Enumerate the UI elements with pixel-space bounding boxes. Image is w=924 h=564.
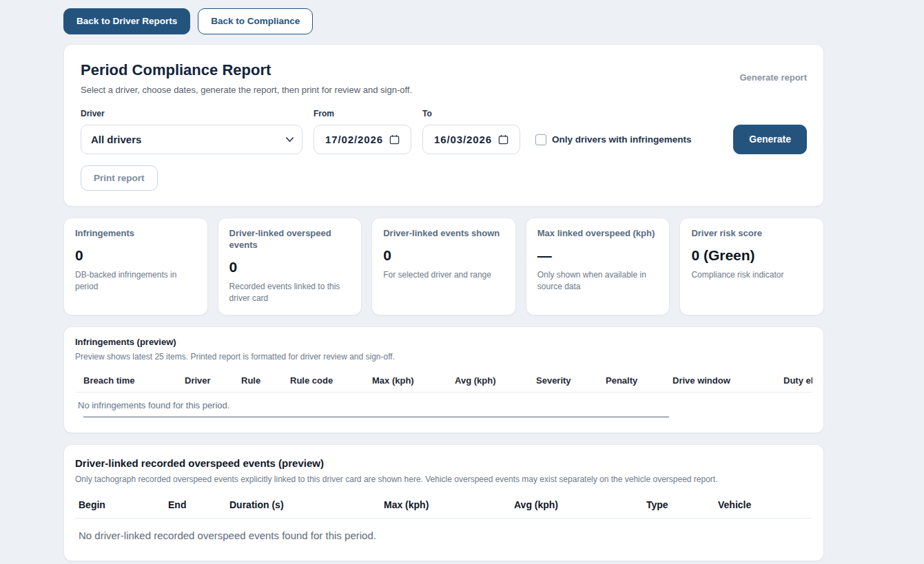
driver-label: Driver [81,109,302,118]
column-header: Avg (kph) [446,370,528,393]
infringements-preview-card: Infringements (preview) Preview shows la… [63,326,824,433]
from-date-input[interactable]: 17/02/2026 [314,125,411,154]
stats-row: Infringements 0 DB-backed infringements … [63,218,824,315]
column-header: Breach time [75,370,176,393]
column-header: Max (kph) [380,492,511,519]
stat-description: Compliance risk indicator [691,269,812,281]
stat-description: Only shown when available in source data [537,269,659,293]
column-header: End [165,492,226,519]
infringements-empty-message: No infringements found for this period. [75,393,812,417]
top-button-bar: Back to Driver Reports Back to Complianc… [63,8,824,34]
driver-select[interactable]: All drivers [81,125,302,154]
stat-description: Recorded events linked to this driver ca… [229,281,351,305]
report-form: Driver All drivers From 17/02/2026 [81,109,807,154]
stat-card-driver-linked-overspeed-events: Driver-linked overspeed events 0 Recorde… [218,218,362,315]
only-infringements-checkbox-label[interactable]: Only drivers with infringements [552,134,692,145]
period-compliance-report-card: Period Compliance Report Select a driver… [63,44,824,207]
table-divider [83,417,669,417]
column-header: Rule code [282,370,364,393]
to-date-input[interactable]: 16/03/2026 [422,125,520,154]
overspeed-empty-message: No driver-linked recorded overspeed even… [75,519,812,545]
stat-description: For selected driver and range [383,269,504,281]
from-date-value: 17/02/2026 [325,134,383,145]
column-header: Begin [75,492,165,519]
only-infringements-checkbox[interactable] [535,134,546,145]
print-report-button[interactable]: Print report [81,165,158,191]
column-header: Drive window [664,370,775,393]
column-header: Max (kph) [364,370,446,393]
stat-card-infringements: Infringements 0 DB-backed infringements … [63,218,208,315]
stat-value: — [537,247,659,264]
stat-title: Driver-linked overspeed events [229,228,351,251]
column-header: Penalty [597,370,664,393]
overspeed-preview-subtitle: Only tachograph recorded overspeed event… [75,474,812,484]
stat-card-max-linked-overspeed: Max linked overspeed (kph) — Only shown … [526,218,670,315]
calendar-icon[interactable] [498,134,509,145]
stat-title: Driver-linked events shown [383,228,504,240]
column-header: Duty elaps [775,370,812,393]
column-header: Avg (kph) [511,492,643,519]
infringements-preview-title: Infringements (preview) [75,337,812,347]
generate-button[interactable]: Generate [733,125,807,154]
column-header: Type [643,492,715,519]
table-header-row: Breach time Driver Rule Rule code Max (k… [75,370,812,393]
stat-value: 0 [229,259,351,275]
to-date-value: 16/03/2026 [434,134,492,145]
page-content: Back to Driver Reports Back to Complianc… [63,8,824,564]
stat-title: Infringements [75,228,196,240]
stat-card-driver-risk-score: Driver risk score 0 (Green) Compliance r… [679,218,824,315]
column-header: Rule [233,370,282,393]
to-date-label: To [422,109,520,118]
table-header-row: Begin End Duration (s) Max (kph) Avg (kp… [75,492,812,519]
generate-report-corner-label: Generate report [739,72,807,83]
stat-title: Max linked overspeed (kph) [537,228,659,240]
page-subtitle: Select a driver, choose dates, generate … [81,85,412,95]
back-to-compliance-button[interactable]: Back to Compliance [198,8,313,34]
stat-title: Driver risk score [691,228,812,240]
stat-value: 0 [75,247,196,264]
column-header: Vehicle [715,492,812,519]
stat-description: DB-backed infringements in period [75,269,196,293]
calendar-icon[interactable] [389,134,400,145]
stat-value: 0 (Green) [691,247,812,264]
overspeed-preview-title: Driver-linked recorded overspeed events … [75,457,812,469]
column-header: Severity [528,370,597,393]
stat-value: 0 [383,247,504,264]
overspeed-table: Begin End Duration (s) Max (kph) Avg (kp… [75,492,812,545]
page-title: Period Compliance Report [81,61,412,79]
column-header: Duration (s) [226,492,380,519]
infringements-preview-subtitle: Preview shows latest 25 items. Printed r… [75,352,812,362]
stat-card-driver-linked-events-shown: Driver-linked events shown 0 For selecte… [371,218,516,315]
overspeed-preview-card: Driver-linked recorded overspeed events … [63,444,824,561]
from-date-label: From [314,109,411,118]
back-to-driver-reports-button[interactable]: Back to Driver Reports [63,8,190,34]
infringements-table: Breach time Driver Rule Rule code Max (k… [75,370,812,417]
column-header: Driver [176,370,233,393]
